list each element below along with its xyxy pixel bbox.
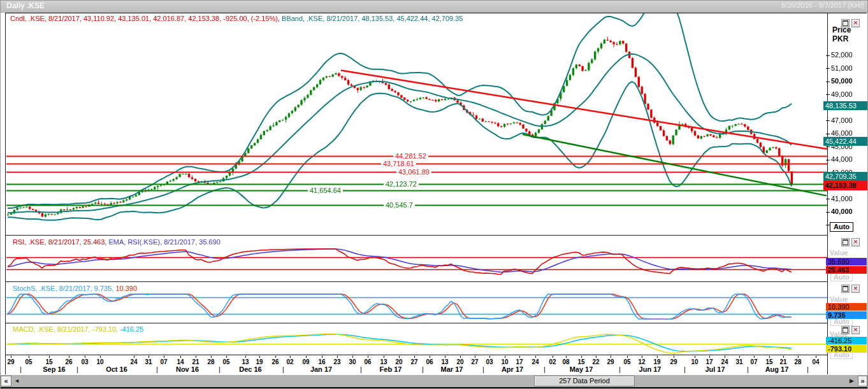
restore-icon[interactable] <box>841 285 850 293</box>
x-axis-day-tick <box>553 356 553 358</box>
x-axis-day-tick <box>275 356 276 358</box>
macd-legend-signal: -416.25 <box>120 325 143 333</box>
price-tick-label: 50,000 <box>831 77 853 85</box>
x-axis-day-label: 02 <box>549 358 556 365</box>
x-axis-day-tick <box>627 356 628 358</box>
rsi-legend-ema: EMA, RSI(.KSE), 8/21/2017, 35.690 <box>108 238 220 246</box>
price-tick-label: 46,000 <box>831 129 853 137</box>
scroll-far-left-button[interactable]: « <box>1 376 11 386</box>
restore-icon[interactable] <box>841 19 850 27</box>
level-label: 42,123.72 <box>384 180 419 188</box>
window-titlebar: Daily .KSE 8/26/2016 - 9/7/2017 (KHI) <box>0 0 868 13</box>
close-icon[interactable]: ✕ <box>851 285 860 293</box>
x-axis-day-label: 07 <box>160 358 167 365</box>
price-tick-label: 49,000 <box>831 90 853 98</box>
scroll-far-right-button[interactable]: » <box>858 376 867 386</box>
restore-icon[interactable] <box>841 238 850 246</box>
x-axis-day-label: 12 <box>638 358 645 365</box>
scrollbar-thumb[interactable]: 257 Data Period <box>534 376 635 386</box>
price-tick-label: 40,000 <box>831 208 853 215</box>
x-axis-month-label: Apr 17 <box>502 365 523 373</box>
x-axis-day-label: 30 <box>349 358 356 365</box>
macd-value-badge: -416.25 <box>826 337 867 344</box>
main-chart-canvas[interactable] <box>6 13 827 235</box>
x-axis-day-label: 10 <box>691 358 698 365</box>
x-axis-day-tick <box>674 356 674 358</box>
level-label: 41,654.64 <box>308 187 343 194</box>
restore-icon[interactable] <box>841 326 850 334</box>
time-scrollbar[interactable]: « ◄ 257 Data Period ▶ » <box>0 375 868 387</box>
x-axis-day-tick <box>430 356 430 358</box>
rsi-canvas[interactable] <box>6 248 827 281</box>
x-axis-day-label: 24 <box>532 358 539 365</box>
x-axis-day-label: 10 <box>96 358 103 365</box>
rsi-legend-main: RSI, .KSE, 8/21/2017, 25.463, <box>13 238 106 246</box>
scroll-left-arrow[interactable]: ◄ <box>14 378 20 384</box>
x-axis-day-label: 21 <box>779 358 786 365</box>
x-axis-month-separator: | <box>544 365 546 373</box>
price-tick-mark <box>826 160 830 160</box>
x-axis-month-separator: | <box>156 365 158 373</box>
x-axis-day-tick <box>725 356 725 358</box>
x-axis-day-label: 28 <box>794 358 801 365</box>
x-axis-month-label: Nov 16 <box>176 365 199 373</box>
x-axis-day-tick <box>69 356 69 358</box>
x-axis-day-tick <box>519 356 520 358</box>
x-axis-day-label: 31 <box>145 358 152 365</box>
x-axis-day-tick <box>535 356 536 358</box>
stoch-legend: StochS, .KSE, 8/21/2017, 9.735, 10.390 <box>13 285 137 292</box>
price-tick-mark <box>826 55 830 56</box>
x-axis-month-label: Feb 17 <box>380 365 402 373</box>
x-axis-day-tick <box>445 356 445 358</box>
rsi-value-badge: 35.690 <box>826 258 867 265</box>
close-icon[interactable]: ✕ <box>851 19 860 27</box>
x-axis-day-label: 13 <box>242 358 249 365</box>
x-axis-day-label: 13 <box>441 358 448 365</box>
main-legend: Cndl, .KSE, 8/21/2017, 43,110.92, 43,135… <box>10 15 463 22</box>
x-axis-day-tick <box>489 356 490 358</box>
x-axis-month-separator: | <box>619 365 621 373</box>
level-label: 44,281.52 <box>393 152 428 160</box>
x-axis-day-label: 24 <box>721 358 728 365</box>
stoch-canvas[interactable] <box>6 294 827 323</box>
x-axis-month-label: Oct 16 <box>106 365 127 373</box>
x-axis-day-label: 05 <box>25 358 32 365</box>
close-icon[interactable]: ✕ <box>851 326 860 334</box>
price-axis-auto-button[interactable]: Auto <box>830 222 853 232</box>
rsi-value-badge: 25.463 <box>826 266 867 274</box>
x-axis-day-tick <box>352 356 353 358</box>
x-axis-day-label: 28 <box>207 358 214 365</box>
price-tick-mark <box>826 68 830 69</box>
x-axis-day-label: 06 <box>426 358 433 365</box>
x-axis-day-label: 14 <box>177 358 184 365</box>
x-axis-day-tick <box>306 356 307 358</box>
price-tick-label: 52,000 <box>831 51 853 59</box>
x-axis-day-tick <box>290 356 291 358</box>
x-axis-day-tick <box>611 356 611 358</box>
price-tick-label: 44,000 <box>831 155 853 163</box>
x-axis-day-tick <box>657 356 658 358</box>
x-axis-day-tick <box>581 356 582 358</box>
x-axis-month-label: Mar 17 <box>441 365 463 373</box>
x-axis-day-label: 03 <box>486 358 493 365</box>
x-axis-day-label: 27 <box>410 358 417 365</box>
x-axis-month-separator: | <box>684 365 686 373</box>
x-axis-day-tick <box>695 356 695 358</box>
x-axis-day-tick <box>798 356 799 358</box>
price-tick-label: 47,000 <box>831 117 853 124</box>
x-axis-month-separator: | <box>422 365 424 373</box>
scroll-right-arrow[interactable]: ▶ <box>850 378 854 384</box>
x-axis-day-label: 27 <box>471 358 478 365</box>
x-axis-day-tick <box>100 356 101 358</box>
x-axis-day-label: 05 <box>222 358 229 365</box>
axis-top-border <box>827 13 867 13</box>
close-icon[interactable]: ✕ <box>851 238 860 246</box>
x-axis-month-label: Aug 17 <box>765 365 789 373</box>
price-badge: 42,709.35 <box>823 172 867 181</box>
x-axis-day-label: 05 <box>623 358 630 365</box>
price-tick-label: 51,000 <box>831 64 853 72</box>
x-axis-day-tick <box>180 356 181 358</box>
price-badge: 42,153.38 <box>823 181 867 190</box>
price-tick-mark <box>826 94 830 95</box>
level-label: 43,718.61 <box>381 160 416 167</box>
